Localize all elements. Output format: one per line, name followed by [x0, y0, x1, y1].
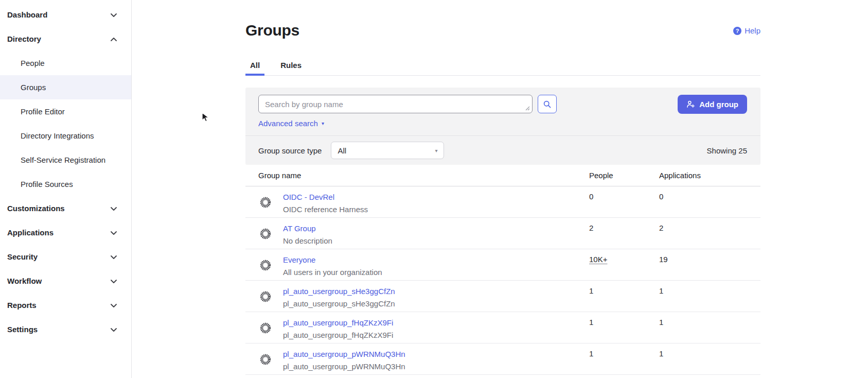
sidebar-item-applications[interactable]: Applications — [0, 220, 131, 245]
people-count: 1 — [589, 281, 659, 312]
sidebar-item-people[interactable]: People — [0, 51, 131, 75]
chevron-down-icon — [110, 229, 118, 237]
chevron-down-icon — [110, 301, 118, 310]
sidebar-item-groups[interactable]: Groups — [0, 75, 131, 99]
sidebar-item-customizations[interactable]: Customizations — [0, 196, 131, 220]
group-name-link[interactable]: pl_auto_usergroup_pWRNMuQ3Hn — [283, 349, 405, 359]
search-input[interactable] — [258, 95, 533, 113]
sidebar-item-reports[interactable]: Reports — [0, 293, 131, 317]
sidebar-item-label: Customizations — [7, 204, 65, 213]
chevron-up-icon — [110, 35, 118, 43]
group-description: pl_auto_usergroup_pWRNMuQ3Hn — [283, 362, 405, 371]
group-sunburst-icon — [260, 322, 271, 334]
group-sunburst-icon — [260, 354, 271, 365]
sidebar-item-directory[interactable]: Directory — [0, 27, 131, 51]
group-name-link[interactable]: OIDC - DevRel — [283, 192, 368, 202]
page-header: Groups ? Help — [245, 0, 760, 61]
table-row: pl_auto_usergroup_sHe3ggCfZn pl_auto_use… — [245, 281, 760, 312]
applications-count: 2 — [659, 218, 760, 249]
people-count[interactable]: 10K+ — [589, 255, 607, 264]
search-filter-panel: Advanced search ▾ Add group Group source… — [245, 88, 760, 165]
caret-down-icon: ▾ — [322, 121, 324, 126]
sidebar-item-workflow[interactable]: Workflow — [0, 269, 131, 293]
group-name-link[interactable]: AT Group — [283, 224, 332, 233]
tab-rules[interactable]: Rules — [276, 61, 306, 75]
sidebar-item-label: Groups — [21, 83, 46, 92]
resize-grip-icon[interactable] — [525, 106, 530, 111]
filter-section: Group source type All ▾ Showing 25 — [245, 135, 760, 165]
table-row: pl_auto_usergroup_pWRNMuQ3Hn pl_auto_use… — [245, 343, 760, 375]
group-name-link[interactable]: pl_auto_usergroup_sHe3ggCfZn — [283, 286, 395, 296]
table-row: AT Group No description 2 2 — [245, 218, 760, 249]
applications-count: 19 — [659, 249, 760, 280]
main-area: Groups ? Help All Rules — [132, 0, 868, 378]
groups-table: OIDC - DevRel OIDC reference Harness 0 0… — [245, 186, 760, 375]
applications-count: 1 — [659, 312, 760, 343]
page-title: Groups — [245, 22, 760, 39]
group-name-link[interactable]: Everyone — [283, 255, 382, 265]
help-icon: ? — [733, 27, 741, 35]
tab-label: All — [250, 61, 260, 70]
applications-count: 1 — [659, 343, 760, 374]
sidebar-item-profile-editor[interactable]: Profile Editor — [0, 99, 131, 124]
group-source-type-select[interactable]: All ▾ — [331, 142, 444, 159]
sidebar-item-label: Reports — [7, 301, 37, 310]
help-link[interactable]: ? Help — [733, 26, 760, 35]
chevron-down-icon — [110, 204, 118, 213]
search-section: Advanced search ▾ Add group — [245, 88, 760, 135]
group-source-type-label: Group source type — [258, 146, 322, 155]
chevron-down-icon — [110, 11, 118, 19]
group-description: All users in your organization — [283, 267, 382, 277]
table-row: OIDC - DevRel OIDC reference Harness 0 0 — [245, 186, 760, 218]
group-sunburst-icon — [260, 291, 271, 302]
column-header-applications: Applications — [659, 171, 760, 180]
add-group-button[interactable]: Add group — [678, 95, 747, 114]
select-value: All — [338, 146, 346, 155]
people-count: 1 — [589, 343, 659, 374]
sidebar-item-directory-integrations[interactable]: Directory Integrations — [0, 124, 131, 148]
sidebar-item-label: Profile Editor — [21, 107, 65, 116]
chevron-down-icon — [110, 325, 118, 334]
people-count: 0 — [589, 186, 659, 217]
help-label: Help — [745, 26, 760, 35]
group-description: pl_auto_usergroup_sHe3ggCfZn — [283, 299, 395, 308]
sidebar-item-security[interactable]: Security — [0, 245, 131, 269]
sidebar-item-settings[interactable]: Settings — [0, 317, 131, 341]
search-button[interactable] — [538, 95, 557, 113]
group-sunburst-icon — [260, 197, 271, 208]
add-group-label: Add group — [699, 100, 738, 109]
people-count: 1 — [589, 312, 659, 343]
sidebar-item-profile-sources[interactable]: Profile Sources — [0, 172, 131, 196]
showing-count: Showing 25 — [707, 146, 747, 155]
advanced-search-link[interactable]: Advanced search ▾ — [258, 119, 324, 128]
group-description: No description — [283, 236, 332, 246]
search-icon — [543, 100, 552, 109]
sidebar-item-self-service-registration[interactable]: Self-Service Registration — [0, 148, 131, 172]
tab-label: Rules — [280, 61, 302, 70]
chevron-down-icon — [110, 277, 118, 285]
column-header-people: People — [589, 171, 659, 180]
sidebar-item-label: Security — [7, 252, 38, 261]
table-header: Group name People Applications — [245, 165, 760, 186]
column-header-group-name: Group name — [245, 171, 589, 180]
person-plus-icon — [686, 100, 695, 108]
group-description: OIDC reference Harness — [283, 204, 368, 214]
group-name-link[interactable]: pl_auto_usergroup_fHqZKzX9Fi — [283, 318, 393, 328]
people-count: 2 — [589, 218, 659, 249]
sidebar-item-label: Applications — [7, 228, 54, 237]
group-sunburst-icon — [260, 228, 271, 239]
table-row: pl_auto_usergroup_fHqZKzX9Fi pl_auto_use… — [245, 312, 760, 343]
sidebar-item-label: Directory Integrations — [21, 131, 94, 140]
tab-all[interactable]: All — [245, 61, 264, 75]
sidebar-item-label: People — [21, 59, 45, 67]
sidebar-item-dashboard[interactable]: Dashboard — [0, 3, 131, 27]
sidebar-item-label: Directory — [7, 35, 41, 43]
group-description: pl_auto_usergroup_fHqZKzX9Fi — [283, 330, 393, 340]
caret-down-icon: ▾ — [435, 148, 437, 153]
sidebar-item-label: Profile Sources — [21, 180, 73, 188]
applications-count: 0 — [659, 186, 760, 217]
sidebar-nav: Dashboard Directory People Groups Profil… — [0, 0, 132, 378]
advanced-search-label: Advanced search — [258, 119, 318, 128]
table-row: Everyone All users in your organization … — [245, 249, 760, 281]
sidebar-item-label: Self-Service Registration — [21, 156, 105, 164]
